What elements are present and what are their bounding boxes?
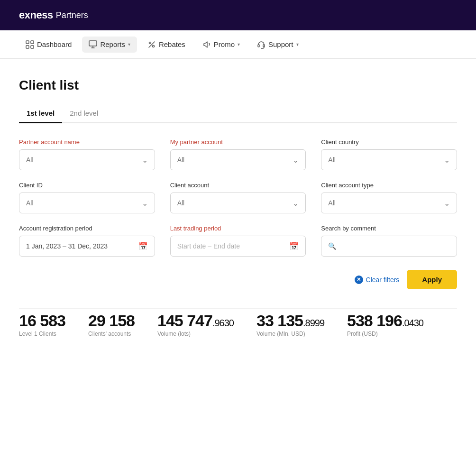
stat-value-decimal-volume-mln-usd: .8999 bbox=[303, 318, 324, 328]
stat-value-level1-clients: 16 583 bbox=[19, 312, 65, 329]
filter-search-by-comment: Search by comment 🔍 bbox=[321, 225, 457, 257]
main-content: Client list 1st level 2nd level Partner … bbox=[0, 59, 476, 450]
filter-select-client-account-type[interactable]: All bbox=[321, 193, 457, 213]
svg-point-5 bbox=[149, 42, 151, 44]
nav-label-dashboard: Dashboard bbox=[37, 40, 72, 48]
filter-input-search-by-comment[interactable]: 🔍 bbox=[321, 236, 457, 257]
svg-rect-2 bbox=[26, 46, 29, 48]
filter-label-client-country: Client country bbox=[321, 138, 457, 146]
stat-value-main-volume-mln-usd: 33 135 bbox=[256, 312, 303, 330]
stat-label-clients-accounts: Clients' accounts bbox=[88, 331, 135, 337]
clear-filters-button[interactable]: ✕ Clear filters bbox=[355, 276, 400, 284]
filter-value-client-country: All bbox=[328, 156, 336, 164]
filter-client-id: Client ID All bbox=[19, 182, 155, 213]
nav-label-reports: Reports bbox=[100, 40, 125, 48]
filter-select-client-account[interactable]: All bbox=[170, 193, 306, 213]
chevron-down-icon bbox=[444, 199, 450, 208]
stat-value-main-profit-usd: 538 196 bbox=[347, 312, 402, 330]
logo: exness Partners bbox=[19, 9, 88, 21]
stat-label-level1-clients: Level 1 Clients bbox=[19, 331, 65, 337]
headset-icon bbox=[257, 40, 265, 49]
chevron-down-icon bbox=[444, 156, 450, 165]
clear-icon: ✕ bbox=[355, 276, 363, 284]
stats-row: 16 583 Level 1 Clients 29 158 Clients' a… bbox=[19, 308, 457, 337]
promo-chevron-icon: ▾ bbox=[238, 42, 240, 47]
tab-1st-level[interactable]: 1st level bbox=[19, 104, 62, 123]
monitor-icon bbox=[89, 40, 97, 49]
stat-value-main-volume-lots: 145 747 bbox=[157, 312, 212, 330]
filter-select-my-partner-account[interactable]: All bbox=[170, 149, 306, 170]
filter-date-account-registration-period[interactable]: 1 Jan, 2023 – 31 Dec, 2023 bbox=[19, 236, 155, 257]
filter-select-client-id[interactable]: All bbox=[19, 193, 155, 213]
grid-icon bbox=[26, 40, 34, 49]
filter-label-client-id: Client ID bbox=[19, 182, 155, 189]
svg-point-6 bbox=[152, 45, 154, 47]
tab-2nd-level[interactable]: 2nd level bbox=[62, 104, 106, 123]
filter-client-account-type: Client account type All bbox=[321, 182, 457, 213]
filter-client-account: Client account All bbox=[170, 182, 306, 213]
stat-level1-clients: 16 583 Level 1 Clients bbox=[19, 312, 65, 337]
filter-label-account-registration-period: Account registration period bbox=[19, 225, 155, 232]
chevron-down-icon bbox=[293, 199, 299, 208]
stat-profit-usd: 538 196.0430 Profit (USD) bbox=[347, 312, 423, 337]
stat-label-profit-usd: Profit (USD) bbox=[347, 331, 423, 337]
clear-filters-label: Clear filters bbox=[366, 276, 400, 284]
nav-label-rebates: Rebates bbox=[159, 40, 185, 48]
search-icon: 🔍 bbox=[328, 242, 336, 250]
filter-value-account-registration-period: 1 Jan, 2023 – 31 Dec, 2023 bbox=[26, 242, 108, 250]
filters-grid: Partner account name All My partner acco… bbox=[19, 138, 457, 257]
stat-value-clients-accounts: 29 158 bbox=[88, 312, 135, 329]
filter-label-my-partner-account: My partner account bbox=[170, 138, 306, 146]
filter-value-client-id: All bbox=[26, 199, 34, 207]
filter-select-client-country[interactable]: All bbox=[321, 149, 457, 170]
nav-item-support[interactable]: Support ▾ bbox=[250, 37, 305, 53]
filter-value-partner-account-name: All bbox=[26, 156, 34, 164]
nav-item-reports[interactable]: Reports ▾ bbox=[82, 37, 137, 53]
filter-label-client-account: Client account bbox=[170, 182, 306, 189]
megaphone-icon bbox=[202, 40, 211, 49]
filter-label-last-trading-period: Last trading period bbox=[170, 225, 306, 232]
apply-button[interactable]: Apply bbox=[407, 270, 457, 289]
calendar-icon bbox=[138, 242, 148, 251]
nav-item-dashboard[interactable]: Dashboard bbox=[19, 37, 78, 53]
support-chevron-icon: ▾ bbox=[296, 42, 299, 47]
actions-row: ✕ Clear filters Apply bbox=[19, 270, 457, 289]
filter-value-last-trading-period: Start date – End date bbox=[177, 242, 240, 250]
stat-value-decimal-profit-usd: .0430 bbox=[402, 318, 423, 328]
search-input[interactable] bbox=[340, 242, 450, 250]
svg-rect-0 bbox=[26, 41, 29, 44]
svg-rect-3 bbox=[31, 46, 34, 48]
stat-label-volume-lots: Volume (lots) bbox=[157, 331, 234, 337]
filter-value-client-account-type: All bbox=[328, 199, 336, 207]
header: exness Partners bbox=[0, 0, 476, 30]
stat-value-decimal-volume-lots: .9630 bbox=[212, 318, 234, 328]
filter-label-search-by-comment: Search by comment bbox=[321, 225, 457, 232]
tabs-container: 1st level 2nd level bbox=[19, 104, 457, 123]
logo-partners: Partners bbox=[56, 10, 88, 20]
filter-my-partner-account: My partner account All bbox=[170, 138, 306, 170]
stat-volume-mln-usd: 33 135.8999 Volume (Mln. USD) bbox=[256, 312, 324, 337]
nav-label-support: Support bbox=[268, 40, 293, 48]
filter-value-client-account: All bbox=[177, 199, 185, 207]
stat-value-profit-usd: 538 196.0430 bbox=[347, 312, 423, 329]
reports-chevron-icon: ▾ bbox=[128, 42, 130, 47]
stat-value-volume-lots: 145 747.9630 bbox=[157, 312, 234, 329]
filter-select-partner-account-name[interactable]: All bbox=[19, 149, 155, 170]
svg-rect-1 bbox=[31, 41, 34, 44]
logo-exness: exness bbox=[19, 9, 53, 21]
nav-item-rebates[interactable]: Rebates bbox=[141, 37, 192, 53]
chevron-down-icon bbox=[293, 156, 299, 165]
stat-volume-lots: 145 747.9630 Volume (lots) bbox=[157, 312, 234, 337]
filter-client-country: Client country All bbox=[321, 138, 457, 170]
stat-clients-accounts: 29 158 Clients' accounts bbox=[88, 312, 135, 337]
calendar-icon bbox=[289, 242, 299, 251]
filter-date-last-trading-period[interactable]: Start date – End date bbox=[170, 236, 306, 257]
stat-value-volume-mln-usd: 33 135.8999 bbox=[256, 312, 324, 329]
filter-label-partner-account-name: Partner account name bbox=[19, 138, 155, 146]
nav-item-promo[interactable]: Promo ▾ bbox=[196, 37, 247, 53]
stat-label-volume-mln-usd: Volume (Mln. USD) bbox=[256, 331, 324, 337]
filter-value-my-partner-account: All bbox=[177, 156, 185, 164]
nav-label-promo: Promo bbox=[214, 40, 235, 48]
percent-icon bbox=[147, 40, 156, 49]
chevron-down-icon bbox=[142, 199, 148, 208]
